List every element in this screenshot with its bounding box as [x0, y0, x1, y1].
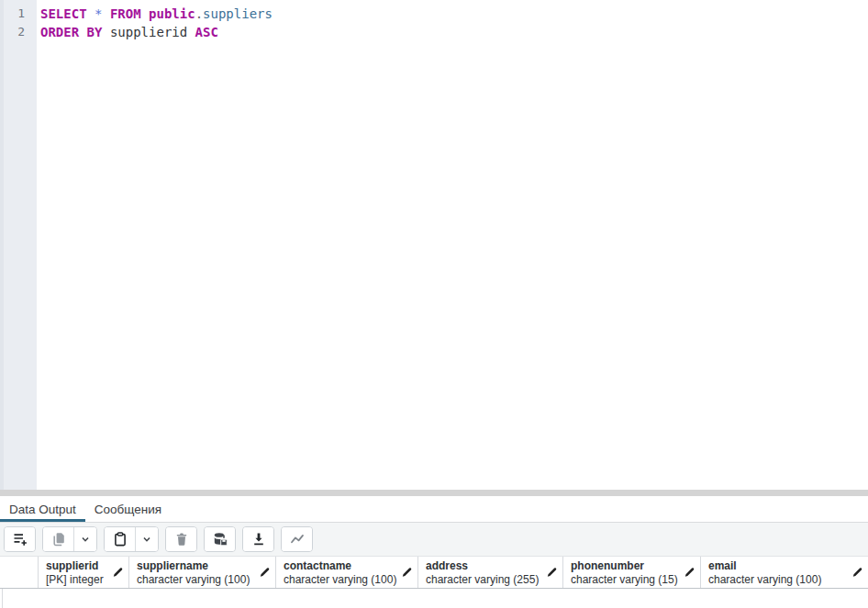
sql-code-line-1: SELECT * FROM public.suppliers	[37, 5, 273, 23]
data-output-toolbar	[0, 523, 868, 557]
column-type: character varying (255)	[426, 573, 542, 586]
column-type: [PK] integer	[46, 573, 108, 586]
download-icon	[251, 532, 266, 547]
tab-messages[interactable]: Сообщения	[85, 496, 171, 522]
column-type: character varying (100)	[708, 573, 848, 586]
panel-splitter[interactable]	[0, 490, 868, 496]
column-name: suppliername	[137, 559, 255, 573]
sql-token	[187, 25, 195, 39]
tab-label: Data Output	[9, 503, 76, 516]
tab-data-output[interactable]: Data Output	[0, 496, 85, 522]
results-grid-body	[0, 589, 868, 608]
sql-token: SELECT	[40, 6, 87, 21]
chevron-down-icon	[139, 532, 154, 547]
paste-options-button[interactable]	[135, 527, 158, 551]
line-number: 1	[0, 5, 37, 23]
sql-code-line-2: ORDER BY supplierid ASC	[37, 23, 218, 41]
sql-token: ASC	[195, 25, 218, 39]
sql-token: supplierid	[110, 25, 187, 39]
delete-rows-button[interactable]	[166, 527, 196, 551]
column-name: email	[708, 559, 848, 573]
column-header-contactname[interactable]: contactname character varying (100)	[276, 557, 418, 588]
add-row-icon	[13, 532, 28, 547]
sql-token	[102, 6, 109, 21]
column-header-phonenumber[interactable]: phonenumber character varying (15)	[563, 557, 701, 588]
chevron-down-icon	[78, 532, 93, 547]
sql-token: public	[149, 6, 195, 21]
edit-pencil-icon[interactable]	[112, 567, 124, 579]
column-header-address[interactable]: address character varying (255)	[418, 557, 563, 588]
column-name: phonenumber	[571, 559, 680, 573]
save-data-changes-button[interactable]	[205, 527, 235, 551]
save-data-changes-icon	[213, 532, 228, 547]
add-row-button[interactable]	[5, 527, 35, 551]
sql-token: .	[195, 6, 203, 21]
edit-pencil-icon[interactable]	[401, 567, 413, 579]
edit-pencil-icon[interactable]	[546, 567, 558, 579]
copy-button[interactable]	[43, 527, 73, 551]
sql-token	[141, 6, 149, 21]
column-type: character varying (100)	[284, 573, 397, 586]
sql-token	[102, 25, 109, 39]
graph-visualiser-button[interactable]	[282, 527, 312, 551]
column-header-email[interactable]: email character varying (100)	[701, 557, 868, 588]
code-line: 1 SELECT * FROM public.suppliers	[0, 5, 868, 23]
code-line: 2 ORDER BY supplierid ASC	[0, 23, 868, 41]
output-tabbar: Data Output Сообщения	[0, 496, 868, 523]
column-header-suppliername[interactable]: suppliername character varying (100)	[129, 557, 276, 588]
column-name: supplierid	[46, 559, 108, 573]
edit-pencil-icon[interactable]	[684, 567, 696, 579]
column-name: contactname	[284, 559, 397, 573]
graph-visualiser-icon	[290, 532, 305, 547]
download-results-button[interactable]	[243, 527, 273, 551]
row-number-gutter-header[interactable]	[0, 557, 39, 588]
copy-icon	[51, 532, 66, 547]
column-header-supplierid[interactable]: supplierid [PK] integer	[39, 557, 129, 588]
query-tool-panel: 1 SELECT * FROM public.suppliers 2 ORDER…	[0, 0, 868, 608]
paste-icon	[113, 532, 128, 547]
sql-token: ORDER BY	[40, 25, 102, 39]
edit-pencil-icon[interactable]	[851, 567, 863, 579]
column-name: address	[426, 559, 542, 573]
edit-pencil-icon[interactable]	[259, 567, 271, 579]
column-type: character varying (15)	[571, 573, 680, 586]
line-number: 2	[0, 23, 37, 41]
results-grid-header: supplierid [PK] integer suppliername cha…	[0, 557, 868, 589]
grid-edge-line	[2, 589, 3, 608]
sql-editor[interactable]: 1 SELECT * FROM public.suppliers 2 ORDER…	[0, 0, 868, 490]
line-number-gutter	[0, 0, 37, 490]
sql-token	[87, 6, 95, 21]
sql-token: FROM	[110, 6, 141, 21]
tab-label: Сообщения	[95, 503, 161, 516]
sql-token: suppliers	[203, 6, 273, 21]
paste-button[interactable]	[105, 527, 135, 551]
delete-rows-icon	[174, 532, 189, 547]
column-type: character varying (100)	[137, 573, 255, 586]
copy-options-button[interactable]	[73, 527, 96, 551]
